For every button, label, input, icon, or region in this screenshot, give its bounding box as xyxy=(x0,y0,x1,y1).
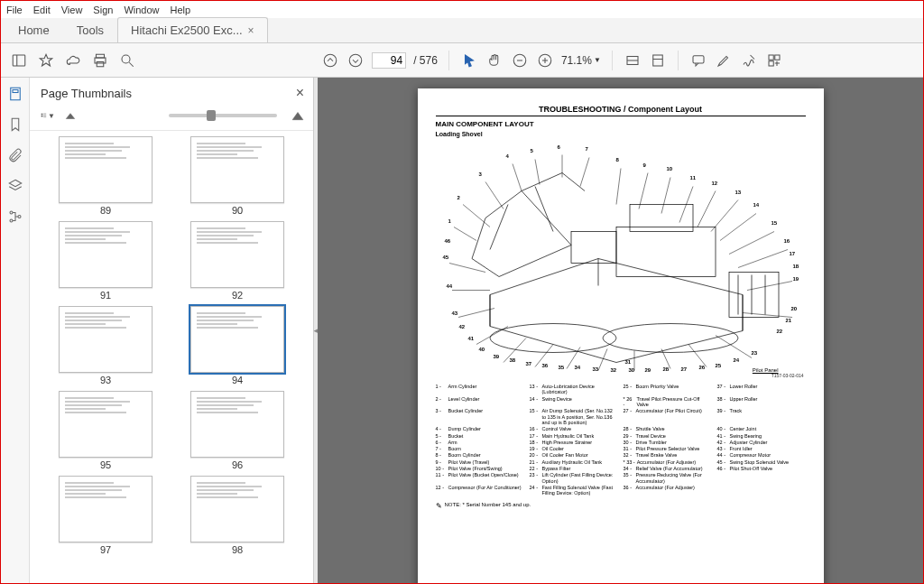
menu-view[interactable]: View xyxy=(61,5,83,15)
legend-item: 39 -Track xyxy=(717,408,806,425)
thumbnail-item[interactable]: 94 xyxy=(180,306,295,385)
legend-item: 9 -Pilot Valve (Travel) xyxy=(436,459,524,465)
legend-item: 16 -Control Valve xyxy=(530,426,618,431)
thumbnail-number: 91 xyxy=(100,290,111,301)
thumbnails-panel-icon[interactable] xyxy=(6,85,24,103)
zoom-in-icon[interactable] xyxy=(536,51,554,70)
thumbnail-number: 97 xyxy=(100,544,111,555)
legend-item: 42 -Adjuster Cylinder xyxy=(717,440,806,445)
svg-line-59 xyxy=(616,169,621,205)
page-number-input[interactable] xyxy=(372,52,406,69)
menu-help[interactable]: Help xyxy=(171,5,191,15)
legend-item: * 26 -Travel Pilot Pressure Cut-Off Valv… xyxy=(624,396,712,408)
zoom-out-icon[interactable] xyxy=(511,51,529,70)
svg-rect-43 xyxy=(616,227,716,277)
legend-item: 18 -High Pressure Strainer xyxy=(530,440,618,445)
svg-marker-2 xyxy=(40,54,52,66)
thumb-options-icon[interactable]: ▼ xyxy=(41,108,55,123)
close-icon[interactable]: × xyxy=(248,24,254,37)
legend-item: 1 -Arm Cylinder xyxy=(436,384,524,395)
select-tool-icon[interactable] xyxy=(460,51,478,70)
thumbnail-item[interactable]: 91 xyxy=(48,221,163,301)
side-rail xyxy=(1,78,30,583)
layers-panel-icon[interactable] xyxy=(6,177,24,195)
thumbnail-item[interactable]: 95 xyxy=(48,391,163,470)
thumbnail-item[interactable]: 90 xyxy=(180,136,295,216)
sign-icon[interactable] xyxy=(740,51,758,70)
comment-icon[interactable] xyxy=(689,51,707,70)
legend-item: 7 -Boom xyxy=(436,446,524,451)
print-icon[interactable] xyxy=(91,51,109,70)
menu-sign[interactable]: Sign xyxy=(93,5,113,15)
svg-line-7 xyxy=(129,62,134,67)
menu-file[interactable]: File xyxy=(6,5,23,15)
thumbnail-item[interactable]: 96 xyxy=(180,391,295,470)
page-down-icon[interactable] xyxy=(346,51,365,70)
svg-rect-24 xyxy=(769,60,773,65)
star-icon[interactable] xyxy=(37,51,55,70)
thumbnails-toolbar: ▼ xyxy=(30,105,313,131)
menu-edit[interactable]: Edit xyxy=(33,5,51,15)
svg-point-6 xyxy=(122,55,130,63)
thumbnail-item[interactable]: 98 xyxy=(180,476,295,555)
model-tree-panel-icon[interactable] xyxy=(6,208,24,226)
legend-item: 15 -Air Dump Solenoid (Ser. No.132 to 13… xyxy=(530,408,618,425)
more-tools-icon[interactable] xyxy=(765,51,783,70)
tab-document[interactable]: Hitachi Ex2500 Exc... × xyxy=(117,17,268,42)
legend-item: 8 -Boom Cylinder xyxy=(436,452,524,458)
thumbnail-size-slider[interactable] xyxy=(169,114,277,117)
cloud-icon[interactable] xyxy=(64,51,82,70)
thumbnail-large-icon[interactable] xyxy=(291,109,304,122)
attachment-panel-icon[interactable] xyxy=(6,146,24,164)
svg-rect-23 xyxy=(775,55,780,60)
page-section-title: MAIN COMPONENT LAYOUT xyxy=(436,120,806,128)
legend-item: 3 -Bucket Cylinder xyxy=(436,408,524,425)
fit-width-icon[interactable] xyxy=(624,51,642,70)
thumbnail-item[interactable]: 93 xyxy=(48,306,163,385)
zoom-level-dropdown[interactable]: 71.1%▼ xyxy=(561,54,601,67)
svg-line-21 xyxy=(750,55,754,60)
svg-line-67 xyxy=(738,250,788,268)
menu-window[interactable]: Window xyxy=(124,5,159,15)
svg-point-30 xyxy=(10,211,13,214)
thumbnail-item[interactable]: 92 xyxy=(180,221,295,301)
thumbnail-number: 95 xyxy=(100,459,111,470)
bookmark-panel-icon[interactable] xyxy=(6,116,24,134)
svg-rect-48 xyxy=(729,273,779,318)
tab-home[interactable]: Home xyxy=(5,17,63,42)
legend-item: 10 -Pilot Valve (Front/Swing) xyxy=(436,466,524,471)
svg-line-46 xyxy=(490,205,508,250)
legend-item: 2 -Level Cylinder xyxy=(436,396,524,408)
tab-document-label: Hitachi Ex2500 Exc... xyxy=(131,23,243,37)
close-icon[interactable]: × xyxy=(296,85,304,101)
highlight-icon[interactable] xyxy=(715,51,733,70)
page-up-icon[interactable] xyxy=(321,51,339,70)
legend-item: 11 -Pilot Valve (Bucket Open/Close) xyxy=(436,472,524,484)
hand-tool-icon[interactable] xyxy=(485,51,504,70)
thumbnail-number: 93 xyxy=(100,375,111,385)
tab-tools[interactable]: Tools xyxy=(63,17,117,42)
sidebar-toggle-icon[interactable] xyxy=(10,51,28,70)
svg-marker-29 xyxy=(9,180,22,187)
svg-rect-5 xyxy=(97,61,104,66)
thumbnail-item[interactable]: 89 xyxy=(48,136,163,216)
legend-item: 13 -Auto-Lubrication Device (Lubricator) xyxy=(530,384,618,395)
svg-line-61 xyxy=(661,178,670,214)
svg-line-70 xyxy=(716,336,752,358)
page-total-label: / 576 xyxy=(413,54,438,67)
page-view-icon[interactable] xyxy=(649,51,667,70)
legend-item: 40 -Center Joint xyxy=(717,426,806,431)
thumbnail-item[interactable]: 97 xyxy=(48,476,163,555)
svg-line-56 xyxy=(535,160,540,185)
svg-marker-10 xyxy=(465,55,473,67)
svg-rect-0 xyxy=(13,55,25,66)
thumbnail-number: 94 xyxy=(232,375,243,385)
document-viewer[interactable]: TROUBLESHOOTING / Component Layout MAIN … xyxy=(318,78,923,583)
thumbnail-small-icon[interactable] xyxy=(64,109,77,122)
svg-line-60 xyxy=(639,173,648,209)
search-icon[interactable] xyxy=(118,51,136,70)
page-subsection-title: Loading Shovel xyxy=(436,131,806,137)
svg-line-55 xyxy=(513,164,522,191)
thumbnails-title: Page Thumbnails xyxy=(41,87,132,100)
svg-point-42 xyxy=(603,324,738,353)
